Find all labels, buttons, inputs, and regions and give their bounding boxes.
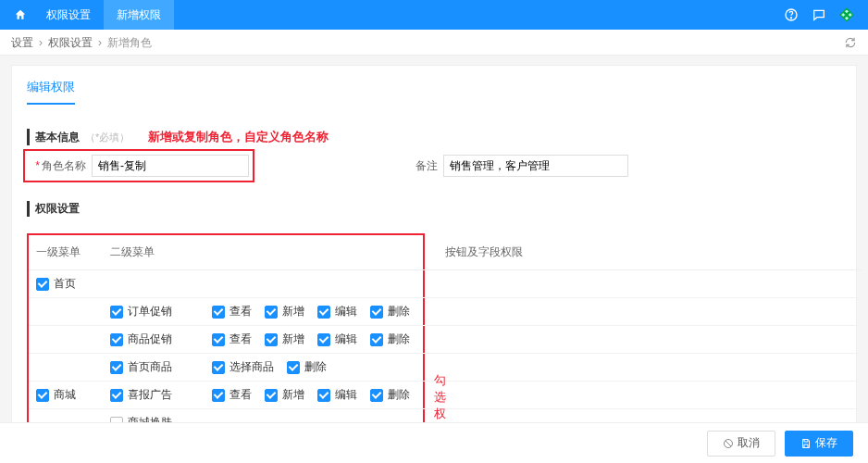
refresh-icon[interactable] <box>844 36 857 49</box>
chat-icon[interactable] <box>805 7 833 22</box>
level2-checkbox[interactable]: 喜报广告 <box>110 387 172 403</box>
remark-input[interactable] <box>443 155 628 177</box>
page-title: 编辑权限 <box>27 79 75 105</box>
op-checkbox[interactable]: 编辑 <box>317 332 357 347</box>
op-checkbox[interactable]: 查看 <box>212 304 252 319</box>
svg-point-1 <box>790 18 791 19</box>
table-row: 首页 <box>29 270 862 298</box>
op-checkbox[interactable]: 新增 <box>265 387 304 403</box>
save-button[interactable]: 保存 <box>785 431 853 457</box>
edit-card: 编辑权限 基本信息 （*必填） 新增或复制角色，自定义角色名称 *角色名称 备注… <box>11 65 857 463</box>
cancel-button[interactable]: 取消 <box>707 431 775 457</box>
tab-add-permission[interactable]: 新增权限 <box>104 0 174 30</box>
perm-heading: 权限设置 <box>27 201 841 217</box>
op-checkbox[interactable]: 删除 <box>370 387 410 403</box>
app-icon[interactable] <box>833 6 861 23</box>
home-icon[interactable] <box>7 8 33 21</box>
table-row: 商品促销查看新增编辑删除 <box>29 326 862 354</box>
highlight-box <box>23 149 254 182</box>
op-checkbox[interactable]: 查看 <box>212 387 252 403</box>
op-checkbox[interactable]: 删除 <box>287 359 327 375</box>
help-icon[interactable] <box>777 7 805 22</box>
top-bar: 权限设置 新增权限 <box>0 0 868 30</box>
table-row: 订单促销查看新增编辑删除 <box>29 298 862 326</box>
op-checkbox[interactable]: 删除 <box>370 332 410 347</box>
breadcrumb-current: 新增角色 <box>107 30 152 56</box>
tab-permission-settings[interactable]: 权限设置 <box>33 0 104 30</box>
op-checkbox[interactable]: 删除 <box>370 304 410 319</box>
basic-info-heading: 基本信息 （*必填） 新增或复制角色，自定义角色名称 <box>27 129 841 145</box>
footer-bar: 取消 保存 <box>0 422 868 463</box>
op-checkbox[interactable]: 选择商品 <box>212 359 274 375</box>
op-checkbox[interactable]: 新增 <box>265 332 304 347</box>
level1-checkbox[interactable]: 商城 <box>36 387 76 403</box>
breadcrumb: 设置 › 权限设置 › 新增角色 <box>0 30 868 56</box>
remark-label: 备注 <box>415 159 438 172</box>
op-checkbox[interactable]: 编辑 <box>317 387 357 403</box>
col-level1: 一级菜单 <box>29 235 103 270</box>
annotation-basic: 新增或复制角色，自定义角色名称 <box>148 129 329 145</box>
col-ops: 按钮及字段权限 <box>205 235 862 270</box>
op-checkbox[interactable]: 查看 <box>212 332 252 347</box>
op-checkbox[interactable]: 新增 <box>265 304 304 319</box>
level2-checkbox[interactable]: 商品促销 <box>110 332 172 347</box>
breadcrumb-seg[interactable]: 权限设置 <box>48 30 93 56</box>
breadcrumb-seg[interactable]: 设置 <box>11 30 33 56</box>
col-level2: 二级菜单 <box>103 235 205 270</box>
level2-checkbox[interactable]: 首页商品 <box>110 359 172 375</box>
level1-checkbox[interactable]: 首页 <box>36 276 76 292</box>
op-checkbox[interactable]: 编辑 <box>317 304 357 319</box>
level2-checkbox[interactable]: 订单促销 <box>110 304 172 319</box>
